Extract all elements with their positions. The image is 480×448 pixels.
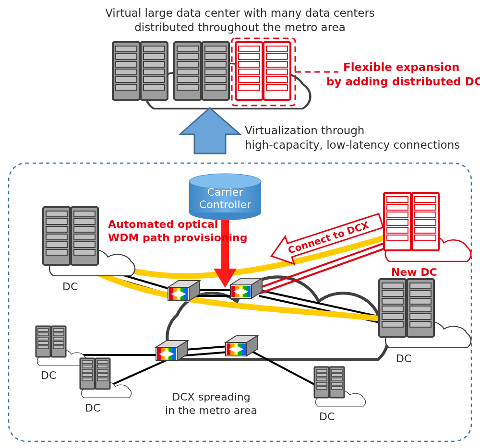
automated-optical-line1: Automated optical	[108, 218, 218, 230]
virtualization-line2: high-capacity, low-latency connections	[245, 139, 460, 151]
controller-label-line1: Carrier	[207, 186, 243, 198]
dc-small-3: DC	[314, 367, 365, 423]
new-dc: New DC	[384, 193, 471, 278]
carrier-controller: Carrier Controller	[189, 174, 261, 220]
virtual-dc-group	[113, 38, 338, 109]
dcx-caption-line1: DCX spreading	[172, 391, 250, 403]
newdc-label: New DC	[391, 266, 437, 278]
virtualization-line1: Virtualization through	[245, 124, 364, 137]
dc-label: DC	[396, 353, 411, 365]
dcx-caption-line2: in the metro area	[165, 404, 257, 416]
svg-marker-29	[180, 108, 240, 153]
flexible-expansion-line2: by adding distributed DCs	[326, 75, 480, 88]
dc-small-2: DC	[80, 358, 131, 414]
automated-optical-line2: WDM path provisioning	[108, 232, 247, 244]
diagram-root: Virtual large data center with many data…	[0, 0, 480, 448]
diagram-title-line2: distributed throughout the metro area	[134, 21, 346, 34]
connect-to-dcx-arrow: Connect to DCX	[267, 207, 385, 270]
up-arrow-icon	[180, 108, 240, 153]
dc-right: DC	[379, 279, 471, 365]
diagram-title-line1: Virtual large data center with many data…	[105, 7, 375, 19]
controller-label-line2: Controller	[199, 199, 252, 211]
dc-label: DC	[319, 411, 335, 423]
dc-label: DC	[41, 369, 56, 381]
flexible-expansion-line1: Flexible expansion	[343, 61, 459, 73]
dc-label: DC	[62, 281, 78, 293]
dc-label: DC	[85, 402, 100, 414]
